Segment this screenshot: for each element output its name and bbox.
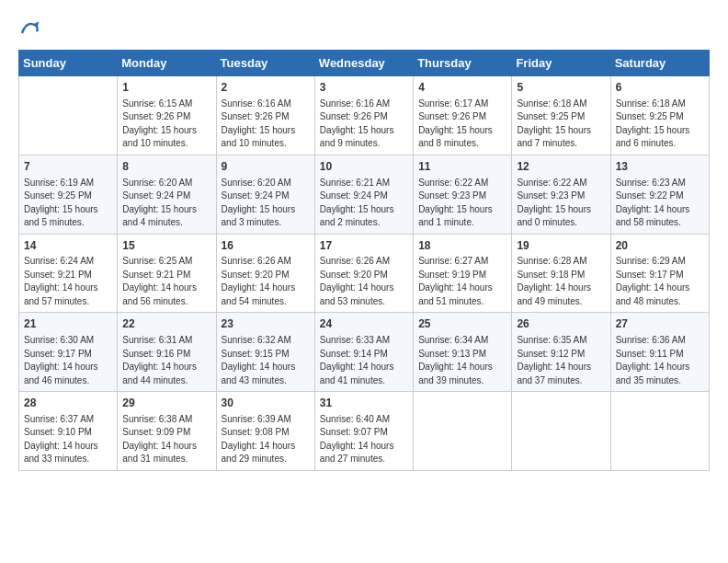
sunset-text: Sunset: 9:11 PM [616, 349, 684, 359]
calendar-cell: 2 Sunrise: 6:16 AM Sunset: 9:26 PM Dayli… [216, 76, 314, 155]
sunset-text: Sunset: 9:26 PM [418, 111, 486, 121]
daylight-text: Daylight: 14 hours and 41 minutes. [320, 362, 394, 385]
day-number: 25 [418, 316, 506, 332]
sunrise-text: Sunrise: 6:33 AM [320, 335, 390, 345]
day-number: 16 [222, 238, 310, 254]
daylight-text: Daylight: 14 hours and 57 minutes. [24, 282, 98, 306]
daylight-text: Daylight: 14 hours and 27 minutes. [320, 441, 394, 465]
day-header-wednesday: Wednesday [314, 51, 413, 76]
sunset-text: Sunset: 9:24 PM [122, 190, 190, 201]
sunrise-text: Sunrise: 6:30 AM [24, 335, 94, 345]
daylight-text: Daylight: 14 hours and 31 minutes. [122, 441, 197, 465]
sunset-text: Sunset: 9:19 PM [418, 270, 486, 280]
sunset-text: Sunset: 9:25 PM [616, 111, 684, 121]
day-number: 10 [320, 159, 408, 175]
calendar-cell: 7 Sunrise: 6:19 AM Sunset: 9:25 PM Dayli… [19, 155, 118, 234]
cell-info: Sunrise: 6:16 AM Sunset: 9:26 PM Dayligh… [320, 98, 408, 151]
daylight-text: Daylight: 15 hours and 7 minutes. [517, 125, 591, 149]
daylight-text: Daylight: 15 hours and 5 minutes. [24, 204, 98, 228]
sunrise-text: Sunrise: 6:40 AM [320, 414, 390, 424]
daylight-text: Daylight: 14 hours and 39 minutes. [418, 362, 493, 385]
sunrise-text: Sunrise: 6:18 AM [517, 98, 586, 109]
sunrise-text: Sunrise: 6:16 AM [222, 98, 291, 109]
daylight-text: Daylight: 14 hours and 56 minutes. [122, 282, 197, 306]
cell-info: Sunrise: 6:32 AM Sunset: 9:15 PM Dayligh… [222, 334, 310, 387]
daylight-text: Daylight: 15 hours and 3 minutes. [222, 204, 296, 228]
day-number: 31 [320, 396, 408, 411]
sunset-text: Sunset: 9:09 PM [122, 427, 190, 437]
sunset-text: Sunset: 9:21 PM [24, 270, 92, 280]
daylight-text: Daylight: 14 hours and 44 minutes. [122, 362, 197, 385]
day-number: 18 [418, 238, 506, 254]
cell-info: Sunrise: 6:19 AM Sunset: 9:25 PM Dayligh… [24, 177, 112, 230]
sunset-text: Sunset: 9:15 PM [222, 349, 290, 359]
daylight-text: Daylight: 14 hours and 48 minutes. [616, 282, 690, 306]
cell-info: Sunrise: 6:16 AM Sunset: 9:26 PM Dayligh… [222, 98, 310, 151]
day-number: 17 [320, 238, 408, 254]
sunrise-text: Sunrise: 6:36 AM [616, 335, 686, 345]
daylight-text: Daylight: 15 hours and 2 minutes. [320, 204, 394, 228]
calendar-cell: 27 Sunrise: 6:36 AM Sunset: 9:11 PM Dayl… [610, 313, 709, 392]
cell-info: Sunrise: 6:17 AM Sunset: 9:26 PM Dayligh… [418, 98, 506, 151]
sunrise-text: Sunrise: 6:16 AM [320, 98, 390, 109]
cell-info: Sunrise: 6:38 AM Sunset: 9:09 PM Dayligh… [122, 413, 210, 466]
daylight-text: Daylight: 14 hours and 49 minutes. [517, 282, 591, 306]
cell-info: Sunrise: 6:33 AM Sunset: 9:14 PM Dayligh… [320, 334, 408, 387]
sunrise-text: Sunrise: 6:21 AM [320, 178, 390, 188]
sunrise-text: Sunrise: 6:27 AM [418, 256, 488, 266]
sunrise-text: Sunrise: 6:35 AM [517, 335, 586, 345]
sunrise-text: Sunrise: 6:22 AM [418, 178, 488, 188]
day-number: 20 [616, 238, 704, 254]
day-number: 15 [122, 238, 210, 254]
cell-info: Sunrise: 6:18 AM Sunset: 9:25 PM Dayligh… [616, 98, 704, 151]
day-number: 22 [122, 316, 210, 332]
sunrise-text: Sunrise: 6:26 AM [320, 256, 390, 266]
sunrise-text: Sunrise: 6:23 AM [616, 178, 686, 188]
calendar-week-row: 21 Sunrise: 6:30 AM Sunset: 9:17 PM Dayl… [19, 313, 710, 392]
sunrise-text: Sunrise: 6:39 AM [222, 414, 291, 424]
sunset-text: Sunset: 9:17 PM [616, 270, 684, 280]
sunrise-text: Sunrise: 6:37 AM [24, 414, 94, 424]
calendar-cell: 23 Sunrise: 6:32 AM Sunset: 9:15 PM Dayl… [216, 313, 314, 392]
day-number: 11 [418, 159, 506, 175]
sunset-text: Sunset: 9:23 PM [517, 190, 585, 201]
calendar-cell [414, 392, 512, 471]
cell-info: Sunrise: 6:31 AM Sunset: 9:16 PM Dayligh… [122, 334, 210, 387]
calendar-cell: 15 Sunrise: 6:25 AM Sunset: 9:21 PM Dayl… [118, 234, 216, 313]
calendar-cell: 18 Sunrise: 6:27 AM Sunset: 9:19 PM Dayl… [414, 234, 512, 313]
daylight-text: Daylight: 15 hours and 1 minute. [418, 204, 493, 228]
cell-info: Sunrise: 6:24 AM Sunset: 9:21 PM Dayligh… [24, 255, 112, 308]
daylight-text: Daylight: 15 hours and 0 minutes. [517, 204, 591, 228]
page-header [18, 18, 710, 40]
calendar-cell: 8 Sunrise: 6:20 AM Sunset: 9:24 PM Dayli… [118, 155, 216, 234]
cell-info: Sunrise: 6:28 AM Sunset: 9:18 PM Dayligh… [517, 255, 605, 308]
day-number: 7 [24, 159, 112, 175]
calendar-header-row: SundayMondayTuesdayWednesdayThursdayFrid… [19, 51, 710, 76]
sunrise-text: Sunrise: 6:20 AM [222, 178, 291, 188]
calendar-cell: 16 Sunrise: 6:26 AM Sunset: 9:20 PM Dayl… [216, 234, 314, 313]
sunrise-text: Sunrise: 6:32 AM [222, 335, 291, 345]
cell-info: Sunrise: 6:25 AM Sunset: 9:21 PM Dayligh… [122, 255, 210, 308]
cell-info: Sunrise: 6:37 AM Sunset: 9:10 PM Dayligh… [24, 413, 112, 466]
cell-info: Sunrise: 6:30 AM Sunset: 9:17 PM Dayligh… [24, 334, 112, 387]
sunset-text: Sunset: 9:24 PM [222, 190, 290, 201]
day-header-sunday: Sunday [19, 51, 118, 76]
calendar-cell: 31 Sunrise: 6:40 AM Sunset: 9:07 PM Dayl… [314, 392, 413, 471]
day-number: 9 [222, 159, 310, 175]
day-number: 24 [320, 316, 408, 332]
day-number: 23 [222, 316, 310, 332]
sunset-text: Sunset: 9:07 PM [320, 427, 388, 437]
sunrise-text: Sunrise: 6:31 AM [122, 335, 192, 345]
day-number: 1 [122, 80, 210, 96]
day-number: 19 [517, 238, 605, 254]
calendar-week-row: 7 Sunrise: 6:19 AM Sunset: 9:25 PM Dayli… [19, 155, 710, 234]
daylight-text: Daylight: 14 hours and 37 minutes. [517, 362, 591, 385]
calendar-cell: 21 Sunrise: 6:30 AM Sunset: 9:17 PM Dayl… [19, 313, 118, 392]
daylight-text: Daylight: 15 hours and 4 minutes. [122, 204, 197, 228]
daylight-text: Daylight: 14 hours and 29 minutes. [222, 441, 296, 465]
sunset-text: Sunset: 9:24 PM [320, 190, 388, 201]
sunrise-text: Sunrise: 6:24 AM [24, 256, 94, 266]
cell-info: Sunrise: 6:26 AM Sunset: 9:20 PM Dayligh… [320, 255, 408, 308]
cell-info: Sunrise: 6:39 AM Sunset: 9:08 PM Dayligh… [222, 413, 310, 466]
sunset-text: Sunset: 9:21 PM [122, 270, 190, 280]
